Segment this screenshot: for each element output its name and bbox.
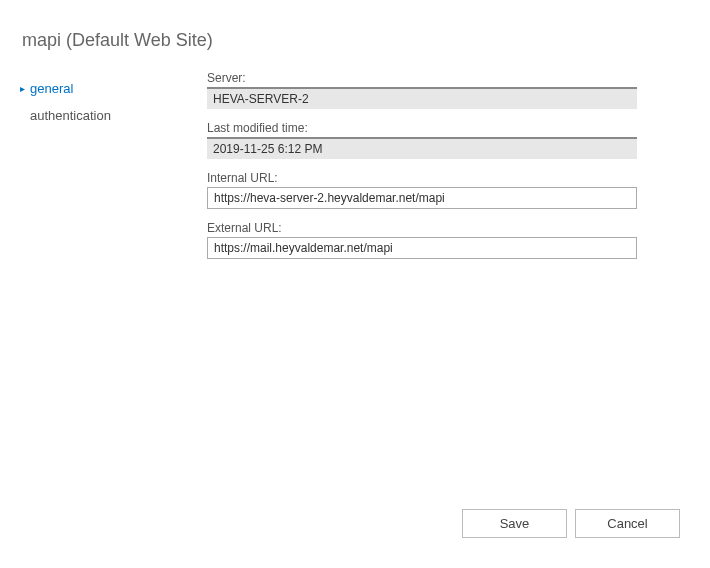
last-modified-value: 2019-11-25 6:12 PM	[207, 137, 637, 159]
field-group-internal-url: Internal URL:	[207, 171, 680, 209]
sidebar-item-general[interactable]: ▸ general	[12, 75, 207, 102]
field-group-external-url: External URL:	[207, 221, 680, 259]
page-title: mapi (Default Web Site)	[0, 0, 710, 71]
sidebar: ▸ general ▸ authentication	[12, 71, 207, 271]
field-label-internal-url: Internal URL:	[207, 171, 680, 185]
caret-right-icon: ▸	[20, 83, 30, 94]
cancel-button[interactable]: Cancel	[575, 509, 680, 538]
main-panel: Server: HEVA-SERVER-2 Last modified time…	[207, 71, 710, 271]
button-bar: Save Cancel	[462, 509, 680, 538]
field-label-server: Server:	[207, 71, 680, 85]
content-wrapper: ▸ general ▸ authentication Server: HEVA-…	[0, 71, 710, 271]
internal-url-input[interactable]	[207, 187, 637, 209]
external-url-input[interactable]	[207, 237, 637, 259]
save-button[interactable]: Save	[462, 509, 567, 538]
server-value: HEVA-SERVER-2	[207, 87, 637, 109]
sidebar-item-label: authentication	[30, 108, 111, 123]
field-group-last-modified: Last modified time: 2019-11-25 6:12 PM	[207, 121, 680, 159]
field-label-last-modified: Last modified time:	[207, 121, 680, 135]
field-group-server: Server: HEVA-SERVER-2	[207, 71, 680, 109]
sidebar-item-label: general	[30, 81, 73, 96]
field-label-external-url: External URL:	[207, 221, 680, 235]
sidebar-item-authentication[interactable]: ▸ authentication	[12, 102, 207, 129]
